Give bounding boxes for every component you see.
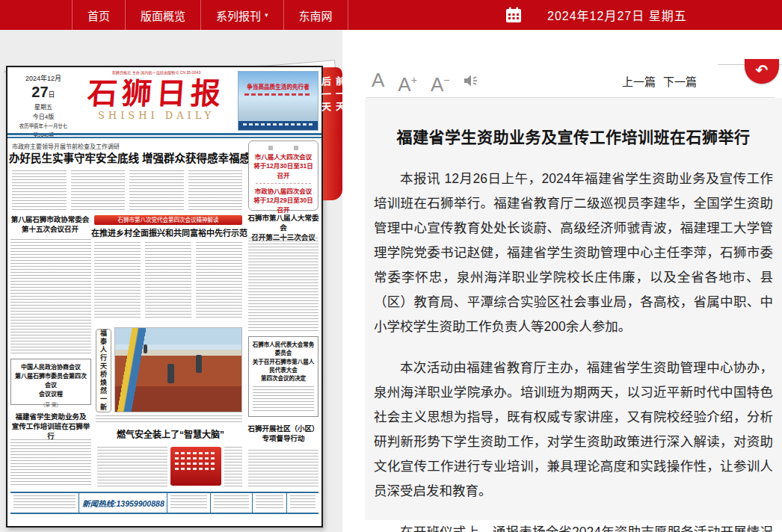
footer-cell bbox=[10, 493, 79, 513]
text-placeholder bbox=[253, 386, 314, 412]
aid-headline-l2: 宣传工作培训班在石狮举行 bbox=[9, 422, 93, 442]
notice-2-title: 市政协八届四次会议 bbox=[251, 187, 315, 196]
footer-cell bbox=[287, 493, 318, 513]
footer-cell bbox=[167, 493, 211, 513]
masthead-divider-rule bbox=[7, 133, 321, 138]
ad-text-placeholder bbox=[244, 93, 312, 96]
current-date: 2024年12月27日 星期五 bbox=[547, 6, 687, 24]
ad-slogan: 争当高品质生活的先行者 bbox=[241, 82, 316, 90]
cppcc-headline-l1: 第八届石狮市政协常委会 bbox=[9, 215, 91, 225]
masthead-date-block: 2024年12月 27日 星期五 今日4版 农历甲辰年十一月廿七 第9640期 bbox=[10, 73, 76, 138]
ad-strip-text-placeholder bbox=[243, 123, 313, 126]
back-arrow-icon: ↶ bbox=[756, 61, 769, 79]
nav-dongnanwang-label: 东南网 bbox=[299, 7, 333, 23]
masthead-lunar-date: 农历甲辰年十一月廿七 bbox=[13, 122, 74, 129]
decision-l3: 第四次会议的决定 bbox=[250, 374, 316, 383]
nav-page-overview-label: 版面概览 bbox=[141, 7, 185, 23]
lead-body-placeholder bbox=[12, 170, 242, 212]
main-nav: 首页 版面概览 系列报刊▾ 东南网 bbox=[72, 0, 348, 30]
agenda-l1: 中国人民政治协商会议 bbox=[13, 363, 89, 372]
font-decrease-label: A bbox=[431, 73, 443, 96]
epaper-app: 首页 版面概览 系列报刊▾ 东南网 2024年12月27日 星期五 bbox=[0, 0, 782, 532]
text-placeholder bbox=[248, 238, 318, 333]
font-decrease-button[interactable]: A− bbox=[431, 67, 450, 97]
aid-headline-l1: 福建省学生资助业务及 bbox=[9, 412, 93, 422]
footer-cell bbox=[211, 493, 253, 513]
newspaper-front-page[interactable]: 2024年12月 27日 星期五 今日4版 农历甲辰年十一月廿七 第9640期 … bbox=[6, 66, 323, 528]
pedestrian-figure bbox=[144, 344, 147, 353]
news-hotline: 新闻热线:13959900888 bbox=[79, 493, 167, 513]
font-increase-button[interactable]: A+ bbox=[398, 67, 417, 97]
next-article-link[interactable]: 下一篇 bbox=[663, 73, 697, 89]
masthead-month: 2024年12月 bbox=[10, 73, 76, 83]
newspaper-title: 石狮日报 bbox=[76, 75, 235, 111]
footer-cell bbox=[253, 493, 287, 513]
masthead-tagline: 石狮日报社 主办 国内统一连续出版物号 CN 35-0043 bbox=[90, 69, 224, 75]
cppcc-headline[interactable]: 第八届石狮市政协常委会 第十五次会议召开 bbox=[9, 215, 91, 235]
text-placeholder bbox=[97, 447, 167, 487]
previous-article-link[interactable]: 上一篇 bbox=[622, 73, 656, 89]
npc-decision-box[interactable]: 石狮市人民代表大会常务委员会 关于召开石狮市第八届人民代表大会 第四次会议的决定 bbox=[248, 336, 318, 417]
minus-sign: − bbox=[443, 74, 449, 86]
speaker-mute-icon[interactable] bbox=[463, 73, 481, 88]
masthead-day: 27日 bbox=[10, 84, 76, 101]
gas-infographic-box bbox=[170, 447, 221, 486]
agenda-note: （草 案） bbox=[13, 400, 89, 408]
community-headline-l1: 石狮开展社区（小区） bbox=[247, 424, 320, 434]
meeting-notice-box[interactable]: 市八届人大四次会议 将于12月30日至31日召开 市政协八届四次会议 将于12月… bbox=[248, 140, 318, 211]
gas-safety-headline[interactable]: 燃气安全装上了“智慧大脑” bbox=[97, 429, 244, 441]
photo-caption-card: 福泰人行天桥焕然一新 bbox=[96, 329, 111, 412]
prev-day-button[interactable]: 前一天 bbox=[334, 76, 345, 114]
article-reading-pane: 福建省学生资助业务及宣传工作培训班在石狮举行 本报讯 12月26日上午，2024… bbox=[365, 98, 782, 520]
masthead-day-suffix: 日 bbox=[49, 91, 55, 99]
top-nav-bar: 首页 版面概览 系列报刊▾ 东南网 2024年12月27日 星期五 bbox=[0, 0, 782, 30]
nav-home[interactable]: 首页 bbox=[72, 0, 125, 30]
aid-training-headline[interactable]: 福建省学生资助业务及 宣传工作培训班在石狮举行 bbox=[9, 412, 93, 441]
agenda-l2: 第八届石狮市委员会第四次会议 bbox=[13, 372, 89, 390]
chevron-down-icon: ▾ bbox=[265, 11, 268, 19]
bridge-photo[interactable] bbox=[114, 327, 242, 412]
font-normal-button[interactable]: A bbox=[372, 67, 384, 93]
font-normal-label: A bbox=[372, 69, 384, 91]
decision-l2: 关于召开石狮市第八届人民代表大会 bbox=[250, 358, 316, 375]
calendar-icon bbox=[505, 7, 522, 23]
date-display: 2024年12月27日 星期五 bbox=[505, 0, 687, 30]
notice-1-sub: 将于12月30日至31日召开 bbox=[251, 161, 315, 180]
text-placeholder bbox=[10, 239, 91, 354]
community-inspection-headline[interactable]: 石狮开展社区（小区） 专项督导行动 bbox=[247, 424, 320, 444]
notice-1-title: 市八届人大四次会议 bbox=[251, 152, 315, 161]
paper-footer-bar: 新闻热线:13959900888 bbox=[10, 492, 318, 514]
article-title: 福建省学生资助业务及宣传工作培训班在石狮举行 bbox=[374, 125, 773, 147]
party-congress-banner: 石狮市第八次党代会第四次会议精神解读 bbox=[94, 215, 242, 225]
reader-toolbar: A A+ A− 上一篇 下一篇 bbox=[365, 66, 782, 97]
agenda-l3: 会议议程 bbox=[13, 390, 89, 399]
nav-dongnanwang[interactable]: 东南网 bbox=[283, 0, 348, 30]
font-size-controls: A A+ A− bbox=[372, 67, 481, 97]
notice-decoration bbox=[268, 146, 298, 150]
notice-2-sub: 将于12月29日至30日召开 bbox=[251, 196, 315, 214]
plus-sign: + bbox=[411, 74, 417, 86]
nav-page-overview[interactable]: 版面概览 bbox=[125, 0, 200, 30]
photo-credit-placeholder bbox=[96, 415, 242, 423]
day-navigation-ribbon[interactable]: 前一天后一天 bbox=[323, 67, 342, 201]
nav-home-label: 首页 bbox=[87, 7, 110, 23]
notice-divider bbox=[256, 183, 311, 184]
text-placeholder bbox=[248, 450, 318, 487]
masthead-weekday: 星期五 bbox=[10, 102, 76, 111]
nav-series-papers[interactable]: 系列报刊▾ bbox=[200, 0, 283, 30]
agenda-box[interactable]: 中国人民政治协商会议 第八届石狮市委员会第四次会议 会议议程 （草 案） bbox=[10, 359, 91, 405]
npc-headline-l1: 石狮市第八届人大常委会 bbox=[247, 214, 320, 233]
ad-bottom-strip bbox=[238, 121, 318, 130]
pedestrian-figure bbox=[196, 355, 202, 373]
text-placeholder bbox=[224, 447, 242, 487]
bridge-photo-caption: 福泰人行天桥焕然一新 bbox=[99, 330, 108, 412]
next-day-button[interactable]: 后一天 bbox=[320, 76, 331, 114]
text-placeholder bbox=[10, 439, 91, 487]
day-nav-labels: 前一天后一天 bbox=[318, 76, 347, 115]
text-placeholder bbox=[94, 242, 242, 320]
nav-series-papers-label: 系列报刊 bbox=[216, 7, 261, 23]
lead-headline[interactable]: 办好民生实事守牢安全底线 增强群众获得感幸福感 bbox=[9, 149, 245, 165]
community-headline-l2: 专项督导行动 bbox=[247, 434, 320, 444]
newspaper-title-en: SHISHI DAILY bbox=[78, 110, 235, 121]
rural-revitalization-headline[interactable]: 在推进乡村全面振兴和共同富裕中先行示范 bbox=[91, 228, 245, 239]
